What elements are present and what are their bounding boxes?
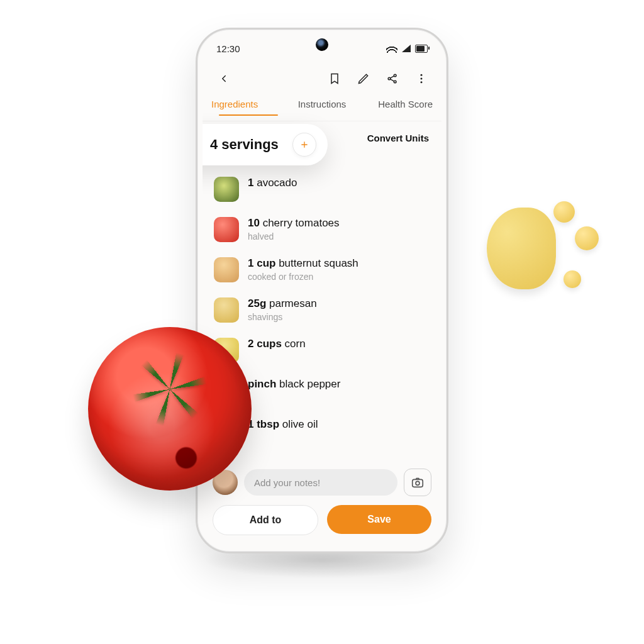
more-vertical-icon <box>415 72 428 85</box>
back-button[interactable] <box>211 66 236 91</box>
servings-label: 4 servings <box>210 136 279 153</box>
servings-increase-button[interactable] <box>292 133 316 157</box>
convert-units-button[interactable]: Convert Units <box>367 133 429 143</box>
svg-line-3 <box>391 76 394 78</box>
tab-bar: Ingredients Instructions Health Score <box>203 95 441 121</box>
ingredient-row[interactable]: 25g parmesan shavings <box>214 290 430 330</box>
svg-point-1 <box>394 74 396 77</box>
cell-signal-icon <box>402 45 411 52</box>
ingredient-line: 1 cup butternut squash <box>248 257 358 270</box>
ingredient-line: 1 avocado <box>248 177 297 189</box>
svg-point-5 <box>421 74 423 76</box>
ingredient-row[interactable]: 1 cup butternut squash cooked or frozen <box>214 250 430 290</box>
status-time: 12:30 <box>216 43 240 54</box>
decor-corn-kernel <box>553 201 575 223</box>
decor-corn <box>487 195 594 296</box>
wifi-icon <box>386 44 397 53</box>
ingredient-row[interactable]: 2 cups corn <box>214 330 430 370</box>
ingredient-line: pinch black pepper <box>248 378 340 391</box>
svg-point-6 <box>421 78 423 80</box>
svg-point-2 <box>394 80 396 83</box>
servings-row: 4 servings Convert Units <box>203 121 441 165</box>
ingredient-note: shavings <box>248 312 317 322</box>
svg-point-0 <box>388 77 391 80</box>
ingredient-row[interactable]: 10 cherry tomatoes halved <box>214 209 430 250</box>
share-button[interactable] <box>381 67 404 90</box>
tab-ingredients[interactable]: Ingredients <box>211 95 285 116</box>
plus-icon <box>299 140 309 150</box>
screen: 12:30 <box>203 35 441 547</box>
ingredient-thumb-squash <box>214 257 239 282</box>
add-to-button[interactable]: Add to <box>213 505 318 535</box>
bookmark-button[interactable] <box>323 67 346 90</box>
decor-corn-kernel <box>564 270 581 288</box>
ingredient-line: 10 cherry tomatoes <box>248 217 340 230</box>
ingredient-thumb-parmesan <box>214 297 239 323</box>
ingredient-line: 1 tbsp olive oil <box>248 418 318 431</box>
add-photo-button[interactable] <box>404 469 431 496</box>
svg-line-4 <box>391 79 394 81</box>
ingredient-note: cooked or frozen <box>248 272 358 282</box>
servings-stepper: 4 servings <box>203 124 328 165</box>
share-icon <box>386 72 399 85</box>
app-bar <box>203 62 441 95</box>
ingredient-row[interactable]: 1 avocado <box>214 169 430 209</box>
ingredient-thumb-tomato <box>214 217 239 242</box>
decor-tomato <box>88 327 252 491</box>
pencil-icon <box>357 72 370 85</box>
svg-rect-11 <box>413 479 423 487</box>
front-camera <box>316 38 328 51</box>
battery-icon <box>415 45 428 53</box>
ingredient-note: halved <box>248 231 340 242</box>
bookmark-icon <box>328 72 341 85</box>
decor-corn-kernel <box>575 226 599 250</box>
tab-health-score[interactable]: Health Score <box>359 95 433 116</box>
ingredient-line: 2 cups corn <box>248 338 306 350</box>
svg-point-7 <box>421 81 423 83</box>
more-button[interactable] <box>410 67 433 90</box>
bottom-bar: Add your notes! Add to Save <box>203 462 441 547</box>
notes-input[interactable]: Add your notes! <box>244 469 397 496</box>
edit-button[interactable] <box>352 67 375 90</box>
camera-icon <box>411 475 425 489</box>
tab-instructions[interactable]: Instructions <box>285 95 358 116</box>
save-button[interactable]: Save <box>327 505 431 534</box>
notes-row: Add your notes! <box>213 469 431 496</box>
chevron-left-icon <box>218 73 230 84</box>
ingredient-thumb-avocado <box>214 177 239 202</box>
phone-frame: 12:30 <box>196 28 448 553</box>
svg-point-12 <box>416 481 419 485</box>
ingredient-line: 25g parmesan <box>248 297 317 310</box>
